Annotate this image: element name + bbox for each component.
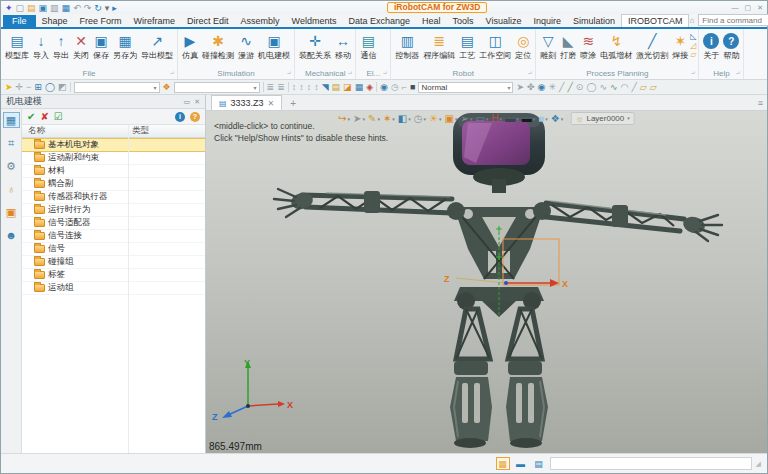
swatch-icon[interactable]: ■ — [410, 82, 415, 92]
segment-tool-icon[interactable]: ╱ — [631, 82, 636, 92]
tab-weldments[interactable]: Weldments — [286, 15, 343, 27]
dark-display-icon[interactable]: ▬▾ — [505, 113, 519, 124]
tree-item-信号连接[interactable]: 信号连接 — [22, 230, 205, 243]
tree-item-信号[interactable]: 信号 — [22, 243, 205, 256]
curve-tool-icon[interactable]: ∿ — [599, 82, 607, 92]
layer-dropdown[interactable]: ☼Layer0000▾ — [570, 112, 635, 125]
browser-tab-icon[interactable]: ♁ — [3, 181, 20, 197]
black-bar-icon[interactable]: ▬▾ — [522, 113, 536, 124]
filter-icon[interactable]: ◩ — [58, 82, 67, 92]
snap-toggle-4-icon[interactable]: ↕ — [314, 82, 319, 92]
manager-tab-icon[interactable]: ⌗ — [3, 135, 20, 151]
tab-heal[interactable]: Heal — [416, 15, 447, 27]
command-search[interactable] — [698, 14, 768, 26]
window-close-icon[interactable]: ✕ — [757, 3, 763, 13]
tab-shape[interactable]: Shape — [36, 15, 74, 27]
group-expander-icon[interactable]: ⌐ — [287, 70, 291, 77]
info-icon[interactable]: i — [175, 112, 185, 122]
ribbon-item-导出[interactable]: ↑导出 — [51, 31, 71, 60]
corner-tool-icon[interactable]: ⌐ — [402, 82, 407, 92]
tab-close-icon[interactable]: ✕ — [268, 99, 275, 108]
group-expander-icon[interactable]: ⌐ — [736, 70, 740, 77]
star-snap-icon[interactable]: ✳ — [548, 82, 556, 92]
resume-icon[interactable]: ▸ — [112, 3, 117, 13]
rotate-ring-icon[interactable]: ◯ — [45, 82, 55, 92]
ribbon-item-机电建模[interactable]: ▣机电建模 — [256, 31, 292, 60]
help-doc-icon[interactable]: ? — [190, 112, 200, 122]
ribbon-item-移动[interactable]: ↔移动 — [333, 31, 353, 60]
document-tab[interactable]: ▤ 3333.Z3 ✕ — [211, 95, 282, 110]
tree-item-运动组[interactable]: 运动组 — [22, 282, 205, 295]
list-view2-icon[interactable]: ≣ — [277, 82, 285, 92]
tab-visualize[interactable]: Visualize — [480, 15, 528, 27]
ribbon-item-另存为[interactable]: ▦另存为 — [111, 31, 139, 60]
snap-toggle-2-icon[interactable]: ↕ — [299, 82, 304, 92]
group-expander-icon[interactable]: ⌐ — [170, 70, 174, 77]
new-file-icon[interactable]: ▢ — [16, 3, 25, 13]
cursor-icon[interactable]: ➤ — [516, 82, 524, 92]
tab-wireframe[interactable]: Wireframe — [128, 15, 182, 27]
circle-tool-icon[interactable]: ◯ — [586, 82, 596, 92]
spark-icon[interactable]: ✶▾ — [383, 113, 395, 124]
column-type[interactable]: 类型 — [128, 125, 205, 137]
ribbon-item-导出模型[interactable]: ↗导出模型 — [139, 31, 175, 60]
render-mode-dropdown[interactable]: Normal▾ — [418, 82, 513, 93]
assembly-tab-icon[interactable]: ⚙ — [3, 158, 20, 174]
column-name[interactable]: 名称 — [22, 125, 128, 137]
apply-icon[interactable]: ✔ — [27, 111, 35, 122]
mechatronics-tab-icon[interactable]: ▦ — [3, 112, 20, 128]
line2-tool-icon[interactable]: ╱ — [567, 82, 572, 92]
plane2-tool-icon[interactable]: ▱ — [650, 82, 657, 92]
tab-irobotcam[interactable]: IROBOTCAM — [621, 14, 690, 27]
section-icon[interactable]: H▾ — [491, 113, 502, 124]
tree-item-基本机电对象[interactable]: 基本机电对象 — [22, 138, 205, 152]
list-view-icon[interactable]: ≣ — [267, 82, 275, 92]
group-expander-icon[interactable]: ⌐ — [383, 70, 387, 77]
sketch-pencil-icon[interactable]: ✎▾ — [368, 113, 380, 124]
ribbon-item-帮助[interactable]: ?帮助 — [721, 31, 741, 60]
ribbon-mini-icon[interactable]: ▱ — [690, 50, 696, 59]
snapshot-icon[interactable]: ▣▾ — [445, 113, 458, 124]
window-minimize-icon[interactable]: — — [732, 3, 739, 13]
pick-arrow-icon[interactable]: ➤ — [5, 82, 13, 92]
ribbon-item-工艺[interactable]: ▤工艺 — [457, 31, 477, 60]
ribbon-item-打磨[interactable]: ◣打磨 — [558, 31, 578, 60]
status-input[interactable] — [550, 457, 752, 470]
open-file-icon[interactable]: ▤ — [27, 3, 36, 13]
panel-icon[interactable]: ▤ — [532, 457, 546, 470]
tab-simulation[interactable]: Simulation — [567, 15, 621, 27]
ribbon-item-通信[interactable]: ▤通信 — [358, 31, 378, 60]
panel-minimize-icon[interactable]: ▭ — [184, 98, 191, 106]
curve2-tool-icon[interactable]: ∿ — [610, 82, 618, 92]
group-expander-icon[interactable]: ⌐ — [348, 70, 352, 77]
new-tab-button[interactable]: + — [290, 98, 296, 110]
line-tool-icon[interactable]: ╱ — [559, 82, 564, 92]
search-input[interactable] — [702, 16, 768, 25]
tree-item-信号适配器[interactable]: 信号适配器 — [22, 217, 205, 230]
snap-toggle-1-icon[interactable]: ↕ — [292, 82, 297, 92]
record-icon[interactable]: ◉ — [380, 82, 388, 92]
blue-panel-icon[interactable]: ■▾ — [538, 113, 548, 124]
history-clock-icon[interactable]: ◷▾ — [414, 113, 426, 124]
entity-filter-dropdown[interactable]: ▾ — [174, 82, 260, 93]
tree-item-标签[interactable]: 标签 — [22, 269, 205, 282]
tree-item-碰撞组[interactable]: 碰撞组 — [22, 256, 205, 269]
ribbon-item-漫游[interactable]: ∿漫游 — [236, 31, 256, 60]
ribbon-item-激光切割[interactable]: ╱激光切割 — [634, 31, 670, 60]
grid-sheet-icon[interactable]: ▦ — [355, 82, 364, 92]
ribbon-item-碰撞检测[interactable]: ✱碰撞检测 — [200, 31, 236, 60]
ribbon-item-装配关系[interactable]: ✛装配关系 — [297, 31, 333, 60]
target-filter-icon[interactable]: ❖ — [163, 82, 171, 92]
cancel-icon[interactable]: ✘ — [40, 111, 48, 122]
panel-close-icon[interactable]: ✕ — [194, 98, 200, 106]
render-tab-icon[interactable]: ▣ — [3, 204, 20, 220]
resize-grip[interactable]: ◢ — [756, 460, 761, 468]
ribbon-item-导入[interactable]: ↓导入 — [31, 31, 51, 60]
tab-file[interactable]: File — [3, 15, 36, 27]
redo-icon[interactable]: ↷ — [84, 3, 92, 13]
app-logo-icon[interactable]: ✦ — [5, 3, 13, 13]
corner-icon[interactable]: ◥ — [322, 82, 329, 92]
diamond-icon[interactable]: ◈ — [366, 82, 373, 92]
tab-list-icon[interactable]: ≡ — [758, 98, 763, 108]
tab-free-form[interactable]: Free Form — [74, 15, 128, 27]
